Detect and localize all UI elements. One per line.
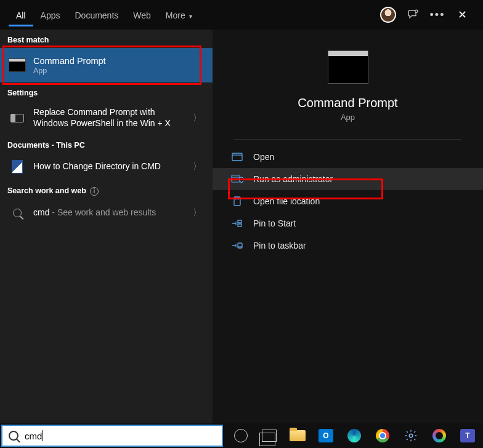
app-name: Command Prompt — [298, 96, 397, 110]
result-replace-cmd-powershell[interactable]: Replace Command Prompt with Windows Powe… — [0, 101, 213, 135]
taskbar-edge[interactable] — [341, 423, 367, 448]
results-panel: Best match Command Prompt App Settings R… — [0, 30, 213, 423]
taskbar-task-view[interactable] — [256, 423, 282, 448]
section-best-match: Best match — [0, 30, 213, 48]
taskbar-cortana-circle[interactable] — [228, 423, 254, 448]
actions-list: Open Run as administrator Open file loca… — [213, 146, 483, 257]
chevron-right-icon: 〉 — [190, 161, 204, 172]
admin-shield-icon — [231, 174, 243, 184]
result-web-cmd[interactable]: cmd - See work and web results 〉 — [0, 199, 213, 226]
taskbar-chrome[interactable] — [370, 423, 396, 448]
pin-start-icon — [231, 218, 243, 228]
tab-apps[interactable]: Apps — [33, 3, 68, 26]
tab-documents[interactable]: Documents — [67, 3, 126, 26]
tab-web[interactable]: Web — [126, 3, 158, 26]
folder-location-icon — [231, 196, 243, 206]
taskbar-outlook[interactable]: O — [313, 423, 339, 448]
svg-rect-2 — [232, 175, 240, 182]
app-thumbnail-icon — [328, 50, 368, 84]
action-open[interactable]: Open — [213, 146, 483, 168]
result-subtitle: App — [33, 66, 204, 75]
detail-panel: Command Prompt App Open Run as administr… — [213, 30, 483, 423]
divider — [234, 139, 461, 140]
word-doc-icon — [9, 159, 26, 174]
feedback-icon[interactable] — [400, 9, 425, 21]
more-options-icon[interactable]: ••• — [425, 9, 450, 22]
search-icon — [9, 431, 18, 441]
svg-point-0 — [415, 10, 418, 12]
svg-rect-3 — [234, 197, 240, 206]
tab-more[interactable]: More — [158, 3, 200, 26]
info-icon[interactable]: i — [90, 187, 99, 196]
action-open-file-location[interactable]: Open file location — [213, 190, 483, 212]
section-documents: Documents - This PC — [0, 135, 213, 153]
search-input[interactable]: cmd — [25, 431, 42, 441]
action-run-as-administrator[interactable]: Run as administrator — [213, 168, 483, 190]
search-icon — [9, 206, 26, 220]
svg-point-5 — [409, 434, 413, 438]
result-command-prompt[interactable]: Command Prompt App — [0, 48, 213, 82]
action-pin-to-taskbar[interactable]: Pin to taskbar — [213, 234, 483, 257]
app-type: App — [341, 113, 355, 122]
svg-rect-4 — [238, 243, 242, 248]
taskbar-teams[interactable]: T — [455, 423, 481, 448]
result-doc-cmd-directory[interactable]: How to Change Directory in CMD 〉 — [0, 153, 213, 180]
open-icon — [231, 152, 243, 162]
section-search-web: Search work and webi — [0, 180, 213, 199]
search-box[interactable]: cmd — [1, 425, 223, 447]
taskbar: O T — [224, 423, 483, 448]
user-avatar[interactable] — [376, 7, 400, 23]
toggle-icon — [9, 111, 26, 126]
taskbar-file-explorer[interactable] — [285, 423, 310, 448]
tab-all[interactable]: All — [9, 3, 33, 26]
pin-taskbar-icon — [231, 241, 243, 250]
close-button[interactable]: ✕ — [450, 8, 474, 22]
section-settings: Settings — [0, 82, 213, 101]
chevron-right-icon: 〉 — [190, 113, 204, 124]
taskbar-settings[interactable] — [398, 423, 424, 448]
action-pin-to-start[interactable]: Pin to Start — [213, 212, 483, 234]
cmd-icon — [9, 58, 26, 73]
result-title: Command Prompt — [33, 55, 204, 66]
taskbar-paint[interactable] — [426, 423, 452, 448]
svg-rect-1 — [232, 153, 242, 161]
chevron-right-icon: 〉 — [190, 207, 204, 218]
search-tabs: All Apps Documents Web More ••• ✕ — [0, 0, 483, 30]
setting-label: Replace Command Prompt with Windows Powe… — [33, 107, 190, 129]
